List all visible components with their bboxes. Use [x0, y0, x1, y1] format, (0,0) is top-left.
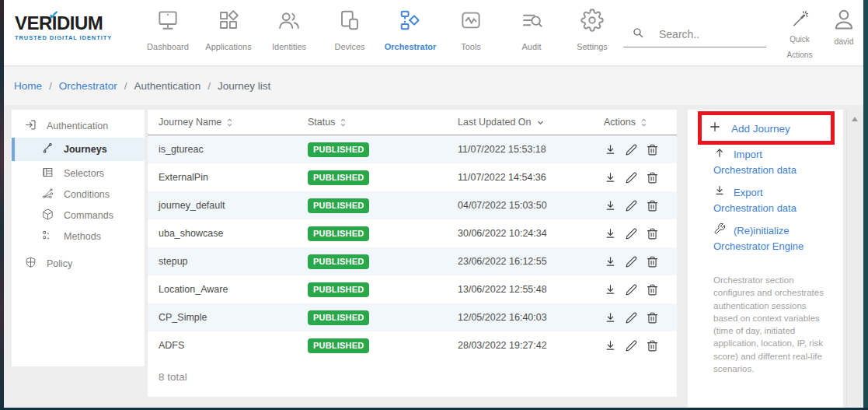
identities-icon [277, 9, 301, 35]
download-icon[interactable] [604, 283, 617, 296]
scroll-up-arrow-icon[interactable] [852, 117, 858, 121]
delete-icon[interactable] [646, 255, 659, 268]
audit-icon [520, 9, 543, 35]
download-icon[interactable] [604, 339, 617, 352]
quick-actions-button[interactable]: Quick Actions [780, 9, 819, 63]
journeys-icon [41, 142, 64, 157]
breadcrumb-home[interactable]: Home [14, 80, 42, 92]
download-icon[interactable] [604, 143, 617, 156]
export-orchestration-data-link[interactable]: Export Orchestration data [706, 184, 797, 216]
sidebar-item-journeys[interactable]: Journeys [12, 138, 145, 161]
sidebar-item-label: Commands [64, 210, 113, 221]
sidebar-item-policy[interactable]: Policy [12, 253, 145, 274]
table-row[interactable]: journey_default PUBLISHED 04/07/2022 15:… [148, 191, 677, 219]
download-icon[interactable] [604, 255, 617, 268]
delete-icon[interactable] [646, 283, 659, 296]
selectors-icon [41, 166, 64, 181]
last-updated: 04/07/2022 15:03:50 [458, 200, 604, 211]
table-row[interactable]: uba_showcase PUBLISHED 30/06/2022 10:24:… [148, 219, 677, 247]
column-header-status[interactable]: Status [308, 117, 458, 128]
nav-item-identities[interactable]: Identities [259, 9, 319, 51]
nav-item-settings[interactable]: Settings [562, 9, 622, 51]
edit-icon[interactable] [625, 199, 638, 212]
logo-tagline: TRUSTED DIGITAL IDENTITY [15, 34, 116, 41]
sidebar-item-methods[interactable]: Methods [12, 226, 145, 247]
breadcrumb-orchestrator[interactable]: Orchestrator [59, 80, 117, 92]
breadcrumb-separator: / [207, 80, 211, 92]
nav-item-orchestrator[interactable]: Orchestrator [380, 9, 441, 51]
conditions-icon [41, 187, 64, 202]
edit-icon[interactable] [625, 311, 638, 324]
import-orchestration-data-link[interactable]: Import Orchestration data [706, 146, 797, 177]
edit-icon[interactable] [625, 227, 638, 240]
status-badge: PUBLISHED [308, 338, 369, 353]
add-journey-label: Add Journey [731, 123, 790, 135]
table-row[interactable]: is_gtureac PUBLISHED 11/07/2022 15:53:18 [148, 135, 677, 163]
orchestrator-sidebar: Authentication Journeys Selectors Condit… [12, 110, 145, 366]
column-header-actions[interactable]: Actions [604, 117, 666, 128]
sidebar-item-authentication[interactable]: Authentication [12, 115, 145, 136]
nav-item-devices[interactable]: Devices [319, 9, 380, 51]
scrollbar[interactable] [846, 110, 863, 410]
column-header-journey-name[interactable]: Journey Name [159, 117, 308, 128]
journey-list-table: Journey Name Status Last Updated On Acti… [148, 110, 677, 397]
export-label-line2: Orchestration data [713, 201, 797, 216]
login-icon [24, 118, 47, 134]
wrench-icon [713, 223, 726, 239]
reinitialize-orchestrator-engine-link[interactable]: (Re)initialize Orchestrator Engine [706, 223, 804, 254]
veridium-logo[interactable]: VERI✓DIUM TRUSTED DIGITAL IDENTITY [15, 13, 116, 41]
sort-desc-icon [536, 119, 545, 126]
sidebar-item-label: Journeys [64, 144, 107, 155]
sort-icon [340, 117, 347, 128]
edit-icon[interactable] [625, 255, 638, 268]
sidebar-item-selectors[interactable]: Selectors [12, 163, 145, 184]
table-row[interactable]: Location_Aware PUBLISHED 13/06/2022 12:5… [148, 275, 677, 303]
username: david [825, 37, 863, 46]
add-journey-button[interactable]: Add Journey [708, 120, 790, 137]
status-badge: PUBLISHED [308, 198, 369, 213]
sidebar-item-conditions[interactable]: Conditions [12, 184, 145, 205]
download-icon[interactable] [604, 199, 617, 212]
sidebar-item-commands[interactable]: Commands [12, 205, 145, 226]
download-icon[interactable] [604, 311, 617, 324]
delete-icon[interactable] [646, 227, 659, 240]
breadcrumb-journey-list: Journey list [218, 80, 270, 92]
nav-item-tools[interactable]: Tools [441, 9, 501, 51]
search-input[interactable] [659, 28, 764, 40]
shield-icon [24, 256, 47, 272]
delete-icon[interactable] [646, 199, 659, 212]
user-menu[interactable]: david [825, 7, 863, 46]
delete-icon[interactable] [646, 311, 659, 324]
table-row[interactable]: CP_Simple PUBLISHED 12/05/2022 16:40:03 [148, 303, 677, 331]
table-row[interactable]: ExternalPin PUBLISHED 11/07/2022 14:54:3… [148, 163, 677, 191]
nav-item-audit[interactable]: Audit [501, 9, 562, 51]
breadcrumb-authentication: Authentication [134, 80, 201, 92]
orchestrator-icon [399, 9, 422, 35]
quick-actions-label-2: Actions [780, 47, 819, 63]
nav-item-applications[interactable]: Applications [198, 9, 259, 51]
delete-icon[interactable] [646, 143, 659, 156]
table-row[interactable]: ADFS PUBLISHED 28/03/2022 19:27:42 [148, 331, 677, 359]
plus-icon [708, 120, 722, 137]
export-label-line1: Export [734, 186, 763, 200]
last-updated: 11/07/2022 15:53:18 [458, 144, 604, 155]
nav-item-dashboard[interactable]: Dashboard [138, 9, 198, 51]
sidebar-item-label: Selectors [64, 168, 104, 179]
logo-brand: VERI✓DIUM [15, 13, 116, 33]
global-search [623, 22, 766, 47]
delete-icon[interactable] [646, 171, 659, 184]
orchestrator-description: Orchestrator section configures and orch… [713, 274, 824, 375]
nav-label: Devices [334, 42, 364, 51]
sidebar-item-label: Conditions [64, 189, 110, 200]
delete-icon[interactable] [646, 339, 659, 352]
edit-icon[interactable] [625, 283, 638, 296]
table-row[interactable]: stepup PUBLISHED 23/06/2022 16:12:55 [148, 247, 677, 275]
download-icon[interactable] [604, 227, 617, 240]
column-header-last-updated[interactable]: Last Updated On [458, 117, 604, 128]
status-badge: PUBLISHED [308, 142, 369, 157]
edit-icon[interactable] [625, 143, 638, 156]
edit-icon[interactable] [625, 171, 638, 184]
download-icon[interactable] [604, 171, 617, 184]
nav-label: Tools [461, 42, 481, 51]
edit-icon[interactable] [625, 339, 638, 352]
